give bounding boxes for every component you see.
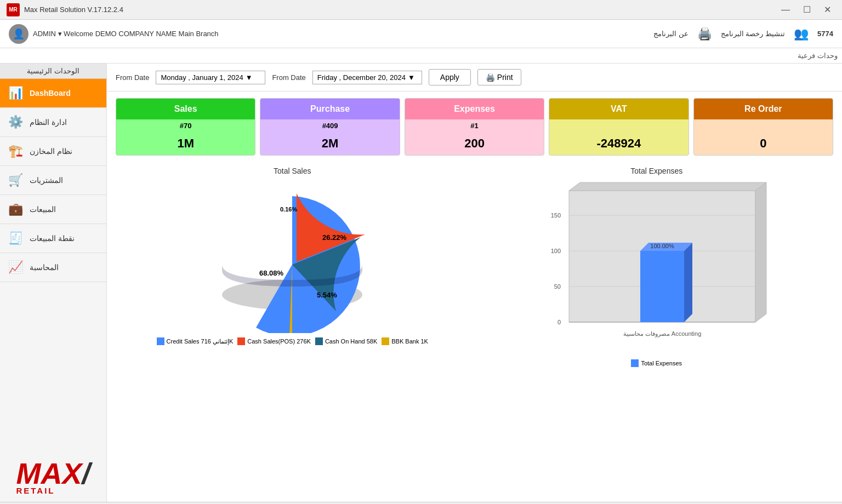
card-purchase: Purchase #409 2M [260,98,400,156]
sidebar-item-dashboard[interactable]: DashBoard 📊 [0,79,106,108]
sidebar-item-pos[interactable]: نقطة المبيعات 🧾 [0,224,106,253]
card-sales: Sales #70 1M [116,98,255,156]
sidebar-item-accounting[interactable]: المحاسبة 📈 [0,253,106,282]
pie-chart-svg: 68.08% 26.22% 5.54% 0.16% [204,180,380,333]
legend-cash-hand: Cash On Hand 58K [315,337,377,345]
bar-chart-container: Total Expenses [480,167,834,497]
card-expenses: Expenses #1 200 [405,98,544,156]
header-left: 👤 ADMIN ▾ Welcome DEMO COMPANY NAME Main… [9,24,219,44]
sidebar-label-dashboard: DashBoard [30,89,71,98]
sidebar-label-accounting: المحاسبة [30,263,59,272]
card-sales-value: 1M [116,132,255,155]
bar-chart-svg: 0 50 100 150 100.00% [542,180,772,355]
headerbar: 👤 ADMIN ▾ Welcome DEMO COMPANY NAME Main… [0,20,842,48]
license-count: 5774 [817,30,833,38]
to-date-input[interactable]: Friday , December 20, 2024 ▼ [312,71,422,84]
from-date-input[interactable]: Monday , January 1, 2024 ▼ [156,71,265,84]
minimize-button[interactable]: — [777,3,794,16]
printer-icon: 🖨️ [697,27,712,41]
sidebar-item-purchases[interactable]: المشتريات 🛒 [0,166,106,195]
system-icon: ⚙️ [7,113,24,131]
card-reorder-header: Re Order [694,99,833,119]
to-date-dropdown-icon[interactable]: ▼ [408,73,415,82]
titlebar-left: MR Max Retail Solution V.17.12.2.4 [7,3,123,16]
legend-label-credit: Credit Sales إئتماني 716K [167,338,234,345]
print-button[interactable]: 🖨️ Print [477,69,521,85]
toolbar: From Date Monday , January 1, 2024 ▼ Fro… [107,64,842,91]
sidebar-label-pos: نقطة المبيعات [30,234,75,243]
maximize-button[interactable]: ☐ [799,3,815,16]
printer-icon: 🖨️ [486,73,495,82]
card-purchase-header: Purchase [260,99,399,119]
card-reorder-value: 0 [694,132,833,155]
apply-button[interactable]: Apply [429,69,471,85]
sales-icon: 💼 [7,201,24,218]
pie-chart-container: Total Sales [116,167,469,497]
card-purchase-count: #409 [260,119,399,132]
header-right: 5774 👥 تنشيط رخصة البرنامج 🖨️ عن البرنام… [653,27,833,41]
sidebar-logo: MAX / RETAIL [0,452,106,502]
admin-label: ADMIN ▾ Welcome DEMO COMPANY NAME Main B… [33,30,219,38]
legend-bbk: BBK Bank 1K [382,337,428,345]
sidebar-item-system[interactable]: ادارة النظام ⚙️ [0,108,106,137]
purchases-icon: 🛒 [7,171,24,189]
card-reorder: Re Order 0 [693,98,833,156]
dashboard-icon: 📊 [7,84,24,102]
legend-color-credit [157,337,164,345]
sidebar-item-warehouse[interactable]: نظام المخازن 🏗️ [0,137,106,166]
card-vat-count [549,119,688,132]
window-controls[interactable]: — ☐ ✕ [777,3,835,16]
y-label-100: 100 [550,248,560,254]
activate-label[interactable]: تنشيط رخصة البرنامج [721,30,785,38]
logo-wrapper: MAX / RETAIL [16,459,90,495]
y-label-0: 0 [557,319,561,325]
pie-label-credit: 68.08% [259,269,284,277]
legend-credit-sales: Credit Sales إئتماني 716K [157,337,234,345]
bar-chart-wrapper: 0 50 100 150 100.00% [542,180,772,355]
legend-cash-pos: Cash Sales(POS) 276K [237,337,311,345]
warehouse-icon: 🏗️ [7,142,24,160]
legend-label-cash-pos: Cash Sales(POS) 276K [247,338,311,345]
content-area: From Date Monday , January 1, 2024 ▼ Fro… [107,64,842,502]
bar-legend-color [631,359,639,367]
bar-legend-label: Total Expenses [641,360,682,366]
card-reorder-count [694,119,833,132]
subunits-bar: وحدات فرعية [0,48,842,64]
card-vat-header: VAT [549,99,688,119]
sidebar-header: الوحدات الرئيسية [0,64,106,79]
bar-right [684,243,692,322]
legend-color-cash-pos [237,337,245,345]
app-title: Max Retail Solution V.17.12.2.4 [24,5,123,14]
pie-legend: Credit Sales إئتماني 716K Cash Sales(POS… [157,337,428,345]
from-date-label: From Date [116,73,149,82]
card-expenses-value: 200 [405,132,544,155]
card-expenses-header: Expenses [405,99,544,119]
pie-label-cash-pos: 26.22% [322,233,347,242]
pie-chart-wrapper: 68.08% 26.22% 5.54% 0.16% [204,180,380,333]
logo-slash: / [82,459,90,488]
app-logo: MR [7,3,20,16]
bar-percent-label: 100.00% [650,243,674,249]
logo-retail-text: RETAIL [16,486,55,495]
to-date-value: Friday , December 20, 2024 [317,73,406,82]
about-label[interactable]: عن البرنامج [653,30,689,38]
y-label-50: 50 [554,283,561,290]
bar-legend: Total Expenses [631,359,682,367]
legend-color-bbk [382,337,389,345]
card-purchase-value: 2M [260,132,399,155]
legend-label-cash-hand: Cash On Hand 58K [325,338,377,345]
pie-chart-title: Total Sales [274,167,311,175]
card-sales-header: Sales [116,99,255,119]
sidebar-item-sales[interactable]: المبيعات 💼 [0,195,106,224]
sidebar-label-sales: المبيعات [30,205,56,214]
accounting-icon: 📈 [7,259,24,276]
logo-max-text: MAX [16,459,82,488]
close-button[interactable]: ✕ [820,3,835,16]
from-date-dropdown-icon[interactable]: ▼ [246,73,253,82]
titlebar: MR Max Retail Solution V.17.12.2.4 — ☐ ✕ [0,0,842,20]
main-layout: الوحدات الرئيسية DashBoard 📊 ادارة النظا… [0,64,842,502]
legend-label-bbk: BBK Bank 1K [391,338,428,345]
to-date-label: From Date [272,73,305,82]
cards-row: Sales #70 1M Purchase #409 2M Expenses #… [107,91,842,162]
statusbar: رقم الجهاز 2 السيرقر ALAA\GREENTECH_SERV… [0,502,842,504]
